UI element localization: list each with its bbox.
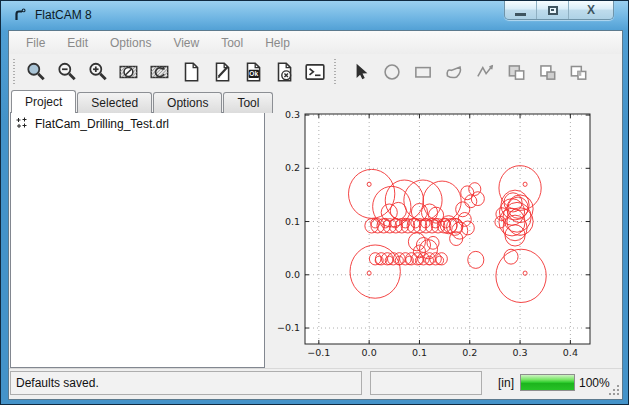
close-button[interactable]: X [569,1,613,19]
path-tool-button[interactable] [471,58,498,86]
toolbar-drag-handle[interactable] [12,59,17,85]
circle-tool-icon [381,61,403,83]
select-pointer-button[interactable] [347,58,374,86]
plot-canvas[interactable]: −0.10.00.10.20.30.4−0.10.00.10.20.3 [268,92,622,370]
tab-bar: ProjectSelectedOptionsTool [11,90,274,113]
rectangle-tool-button[interactable] [409,58,436,86]
y-tick-label: −0.1 [277,322,300,333]
zoom-in-icon [87,61,109,83]
tab-tool[interactable]: Tool [223,92,273,113]
ok-file-icon: Ok [242,61,264,83]
window-title: FlatCAM 8 [35,8,92,22]
window-controls: X [504,1,614,20]
status-message-panel: Defaults saved. [10,371,362,395]
plot-panel[interactable]: −0.10.00.10.20.30.4−0.10.00.10.20.3 [268,92,622,370]
status-message: Defaults saved. [16,376,99,390]
delete-file-icon [273,61,295,83]
toolbar-group-main: Ok [20,54,330,90]
path-tool-icon [474,61,496,83]
circle-tool-button[interactable] [378,58,405,86]
tab-options[interactable]: Options [153,92,222,113]
zoom-out-button[interactable] [53,58,80,86]
status-secondary-panel [370,371,482,395]
new-file-icon [180,61,202,83]
x-tick-label: 0.4 [563,347,578,358]
delete-file-button[interactable] [270,58,297,86]
polygon-tool-icon [443,61,465,83]
zoom-out-icon [56,61,78,83]
zoom-fit-icon [25,61,47,83]
toolbar-drag-handle-2[interactable] [333,59,338,85]
client-area: FileEditOptionsViewToolHelp Ok ProjectSe… [8,30,623,400]
maximize-button[interactable] [537,1,569,19]
app-window: FlatCAM 8 X FileEditOptionsViewToolHelp … [0,0,629,405]
status-bar: Defaults saved. [in] 100% [9,368,622,399]
tab-project[interactable]: Project [11,90,76,113]
menu-options[interactable]: Options [99,33,162,53]
difference-tool-icon [536,61,558,83]
y-tick-label: 0.1 [285,216,300,227]
y-tick-label: 0.3 [285,109,300,120]
minimize-icon [515,13,526,16]
edit-file-icon [211,61,233,83]
difference-tool-button[interactable] [533,58,560,86]
edit-file-button[interactable] [208,58,235,86]
x-tick-label: 0.0 [362,347,377,358]
project-tree-panel[interactable]: FlatCam_Drilling_Test.drl [10,112,265,368]
drill-marks-icon [15,117,30,131]
y-tick-label: 0.0 [285,269,300,280]
title-bar[interactable]: FlatCAM 8 X [1,1,628,30]
menu-edit[interactable]: Edit [56,33,99,53]
x-tick-label: 0.3 [513,347,528,358]
intersection-tool-button[interactable] [564,58,591,86]
progress-bar [520,374,575,391]
close-icon: X [587,4,595,16]
union-tool-icon [505,61,527,83]
select-pointer-icon [350,61,372,83]
toolbar-group-edit [345,54,593,90]
svg-text:Ok: Ok [249,70,258,77]
clear-plot-icon [118,61,140,83]
menu-bar: FileEditOptionsViewToolHelp [9,31,622,54]
replot-icon [149,61,171,83]
y-tick-label: 0.2 [285,162,300,173]
zoom-fit-button[interactable] [22,58,49,86]
x-tick-label: 0.1 [412,347,427,358]
x-tick-label: −0.1 [307,347,330,358]
tree-item[interactable]: FlatCam_Drilling_Test.drl [11,113,264,133]
progress-fill [521,375,574,390]
replot-button[interactable] [146,58,173,86]
rectangle-tool-icon [412,61,434,83]
shell-button[interactable] [301,58,328,86]
x-tick-label: 0.2 [462,347,477,358]
polygon-tool-button[interactable] [440,58,467,86]
tab-selected[interactable]: Selected [77,92,152,113]
toolbar: Ok [9,54,622,90]
union-tool-button[interactable] [502,58,529,86]
menu-help[interactable]: Help [254,33,301,53]
menu-tool[interactable]: Tool [210,33,254,53]
axes-background [305,114,590,344]
ok-file-button[interactable]: Ok [239,58,266,86]
maximize-icon [548,6,558,15]
new-file-button[interactable] [177,58,204,86]
units-label: [in] [498,376,514,390]
resize-grip[interactable] [608,384,620,396]
app-icon [12,7,28,23]
zoom-in-button[interactable] [84,58,111,86]
shell-icon [304,61,326,83]
minimize-button[interactable] [505,1,537,19]
intersection-tool-icon [567,61,589,83]
tree-item-label: FlatCam_Drilling_Test.drl [35,117,169,131]
progress-percent-label: 100% [579,376,610,390]
clear-plot-button[interactable] [115,58,142,86]
menu-file[interactable]: File [15,33,56,53]
menu-view[interactable]: View [162,33,210,53]
